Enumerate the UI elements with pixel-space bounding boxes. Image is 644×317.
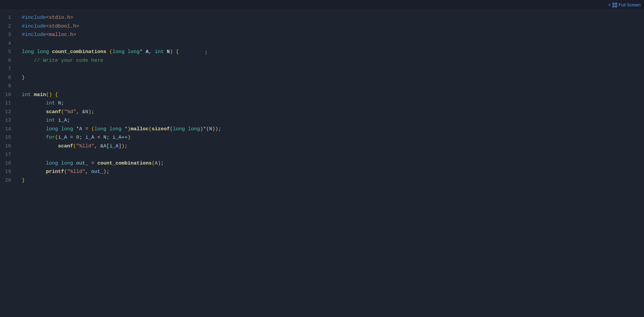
fullscreen-icon <box>612 3 617 7</box>
svg-rect-3 <box>615 6 617 7</box>
line-num-13: 13 <box>0 116 15 125</box>
code-line-5: long long count_combinations (long long*… <box>22 48 644 56</box>
line-num-9: 9 <box>0 82 15 91</box>
line-num-19: 19 <box>0 168 15 176</box>
line-num-8: 8 <box>0 74 15 82</box>
line-numbers: 1 2 3 4 5 6 7 8 9 10 11 12 13 14 15 16 1… <box>0 13 18 314</box>
code-editor[interactable]: #include<stdio.h> #include<stdbool.h> #i… <box>18 13 644 314</box>
code-line-4 <box>22 39 644 48</box>
line-num-10: 10 <box>0 91 15 99</box>
code-line-11: int N; <box>22 99 644 108</box>
top-bar: ∨ Full Screen <box>0 0 644 10</box>
line-num-20: 20 <box>0 176 15 185</box>
fullscreen-button[interactable]: Full Screen <box>612 2 641 7</box>
code-line-10: int main() { <box>22 91 644 99</box>
code-line-20: } <box>22 176 644 185</box>
code-line-12: scanf("%d", &N); <box>22 108 644 117</box>
line-num-11: 11 <box>0 99 15 108</box>
code-line-18: long long out_ = count_combinations(A); <box>22 159 644 168</box>
line-num-6: 6 <box>0 56 15 65</box>
line-num-5: 5 <box>0 48 15 56</box>
code-line-2: #include<stdbool.h> <box>22 22 644 31</box>
editor-container: 1 2 3 4 5 6 7 8 9 10 11 12 13 14 15 16 1… <box>0 10 644 317</box>
line-num-4: 4 <box>0 39 15 48</box>
fullscreen-label: Full Screen <box>619 2 641 7</box>
line-num-7: 7 <box>0 65 15 74</box>
code-line-14: long long *A = (long long *)malloc(sizeo… <box>22 125 644 134</box>
chevron-down-icon: ∨ <box>608 3 611 7</box>
line-num-14: 14 <box>0 125 15 134</box>
svg-rect-0 <box>613 3 614 4</box>
code-line-15: for(i_A = 0; i_A < N; i_A++) <box>22 133 644 142</box>
code-line-3: #include<malloc.h> <box>22 31 644 39</box>
code-line-8: } <box>22 74 644 82</box>
svg-rect-2 <box>613 6 614 7</box>
line-num-18: 18 <box>0 159 15 168</box>
code-line-7 <box>22 65 644 74</box>
code-line-9 <box>22 82 644 91</box>
code-line-1: #include<stdio.h> <box>22 13 644 22</box>
line-num-1: 1 <box>0 13 15 22</box>
code-line-13: int i_A; <box>22 116 644 125</box>
svg-rect-1 <box>615 3 617 4</box>
code-line-17 <box>22 150 644 159</box>
line-num-2: 2 <box>0 22 15 31</box>
line-num-15: 15 <box>0 133 15 142</box>
code-line-19: printf("%lld", out_); <box>22 168 644 176</box>
line-num-17: 17 <box>0 150 15 159</box>
line-num-16: 16 <box>0 142 15 151</box>
code-line-6: // Write your code here <box>22 56 644 65</box>
code-line-16: scanf("%lld", &A[i_A]); <box>22 142 644 151</box>
line-num-3: 3 <box>0 31 15 39</box>
line-num-12: 12 <box>0 108 15 117</box>
